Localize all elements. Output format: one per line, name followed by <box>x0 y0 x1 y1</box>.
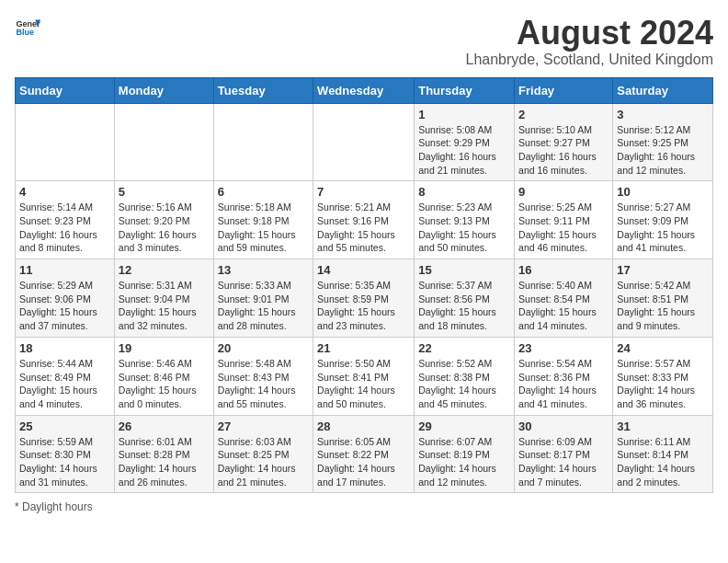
calendar-cell <box>213 103 313 181</box>
calendar-week-row: 18Sunrise: 5:44 AMSunset: 8:49 PMDayligh… <box>16 337 713 415</box>
day-info: Sunrise: 5:59 AMSunset: 8:30 PMDaylight:… <box>19 435 110 489</box>
day-number: 26 <box>119 419 210 433</box>
calendar-cell: 22Sunrise: 5:52 AMSunset: 8:38 PMDayligh… <box>415 337 515 415</box>
calendar-cell: 1Sunrise: 5:08 AMSunset: 9:29 PMDaylight… <box>415 103 515 181</box>
day-info: Sunrise: 6:09 AMSunset: 8:17 PMDaylight:… <box>518 435 609 489</box>
day-number: 7 <box>317 185 410 199</box>
calendar-cell: 12Sunrise: 5:31 AMSunset: 9:04 PMDayligh… <box>114 259 213 338</box>
day-number: 24 <box>617 341 709 355</box>
day-info: Sunrise: 5:16 AMSunset: 9:20 PMDaylight:… <box>119 201 210 255</box>
calendar-cell <box>114 103 213 181</box>
day-number: 23 <box>518 341 609 355</box>
day-number: 27 <box>218 419 309 433</box>
calendar-cell: 11Sunrise: 5:29 AMSunset: 9:06 PMDayligh… <box>16 259 115 338</box>
calendar-cell: 23Sunrise: 5:54 AMSunset: 8:36 PMDayligh… <box>515 337 613 415</box>
day-info: Sunrise: 5:37 AMSunset: 8:56 PMDaylight:… <box>418 279 510 333</box>
day-info: Sunrise: 5:12 AMSunset: 9:25 PMDaylight:… <box>617 123 709 178</box>
calendar-cell: 9Sunrise: 5:25 AMSunset: 9:11 PMDaylight… <box>515 181 613 259</box>
day-number: 29 <box>418 419 510 433</box>
day-info: Sunrise: 5:50 AMSunset: 8:41 PMDaylight:… <box>317 357 410 411</box>
calendar-cell: 17Sunrise: 5:42 AMSunset: 8:51 PMDayligh… <box>613 259 713 338</box>
day-number: 2 <box>518 108 609 121</box>
day-info: Sunrise: 6:03 AMSunset: 8:25 PMDaylight:… <box>218 435 309 489</box>
day-info: Sunrise: 5:14 AMSunset: 9:23 PMDaylight:… <box>19 201 110 255</box>
day-number: 11 <box>19 263 110 277</box>
day-info: Sunrise: 6:01 AMSunset: 8:28 PMDaylight:… <box>119 435 210 489</box>
footer-note: * Daylight hours <box>15 500 713 513</box>
month-year-title: August 2024 <box>465 15 713 52</box>
day-info: Sunrise: 5:29 AMSunset: 9:06 PMDaylight:… <box>19 279 110 333</box>
day-number: 10 <box>617 185 709 199</box>
day-info: Sunrise: 5:35 AMSunset: 8:59 PMDaylight:… <box>317 279 410 333</box>
day-info: Sunrise: 6:11 AMSunset: 8:14 PMDaylight:… <box>617 435 709 489</box>
weekday-header-friday: Friday <box>515 77 613 103</box>
calendar-cell: 19Sunrise: 5:46 AMSunset: 8:46 PMDayligh… <box>114 337 213 415</box>
weekday-header-row: SundayMondayTuesdayWednesdayThursdayFrid… <box>16 77 713 103</box>
day-info: Sunrise: 5:52 AMSunset: 8:38 PMDaylight:… <box>418 357 510 411</box>
weekday-header-monday: Monday <box>114 77 213 103</box>
day-info: Sunrise: 5:08 AMSunset: 9:29 PMDaylight:… <box>418 123 510 178</box>
title-area: August 2024 Lhanbryde, Scotland, United … <box>465 15 713 68</box>
day-number: 21 <box>317 341 410 355</box>
day-number: 1 <box>418 108 510 121</box>
calendar-week-row: 25Sunrise: 5:59 AMSunset: 8:30 PMDayligh… <box>16 415 713 493</box>
day-info: Sunrise: 5:31 AMSunset: 9:04 PMDaylight:… <box>119 279 210 333</box>
calendar-body: 1Sunrise: 5:08 AMSunset: 9:29 PMDaylight… <box>16 103 713 493</box>
logo-icon: General Blue <box>15 15 40 40</box>
daylight-note: Daylight hours <box>22 500 93 513</box>
calendar-cell: 21Sunrise: 5:50 AMSunset: 8:41 PMDayligh… <box>313 337 415 415</box>
day-info: Sunrise: 5:48 AMSunset: 8:43 PMDaylight:… <box>218 357 309 411</box>
day-info: Sunrise: 5:57 AMSunset: 8:33 PMDaylight:… <box>617 357 709 411</box>
calendar-cell: 5Sunrise: 5:16 AMSunset: 9:20 PMDaylight… <box>114 181 213 259</box>
day-number: 6 <box>218 185 309 199</box>
day-number: 31 <box>617 419 709 433</box>
day-info: Sunrise: 5:46 AMSunset: 8:46 PMDaylight:… <box>119 357 210 411</box>
weekday-header-sunday: Sunday <box>16 77 115 103</box>
day-info: Sunrise: 5:40 AMSunset: 8:54 PMDaylight:… <box>518 279 609 333</box>
calendar-cell <box>313 103 415 181</box>
calendar-cell: 30Sunrise: 6:09 AMSunset: 8:17 PMDayligh… <box>515 415 613 493</box>
calendar-header: SundayMondayTuesdayWednesdayThursdayFrid… <box>16 77 713 103</box>
calendar-cell: 10Sunrise: 5:27 AMSunset: 9:09 PMDayligh… <box>613 181 713 259</box>
day-number: 15 <box>418 263 510 277</box>
day-number: 9 <box>518 185 609 199</box>
day-info: Sunrise: 5:25 AMSunset: 9:11 PMDaylight:… <box>518 201 609 255</box>
calendar-cell: 16Sunrise: 5:40 AMSunset: 8:54 PMDayligh… <box>515 259 613 338</box>
calendar-cell: 20Sunrise: 5:48 AMSunset: 8:43 PMDayligh… <box>213 337 313 415</box>
svg-text:Blue: Blue <box>16 28 34 37</box>
calendar-cell: 3Sunrise: 5:12 AMSunset: 9:25 PMDaylight… <box>613 103 713 181</box>
day-info: Sunrise: 5:10 AMSunset: 9:27 PMDaylight:… <box>518 123 609 178</box>
day-info: Sunrise: 5:27 AMSunset: 9:09 PMDaylight:… <box>617 201 709 255</box>
calendar-week-row: 4Sunrise: 5:14 AMSunset: 9:23 PMDaylight… <box>16 181 713 259</box>
weekday-header-wednesday: Wednesday <box>313 77 415 103</box>
day-number: 14 <box>317 263 410 277</box>
calendar-cell: 8Sunrise: 5:23 AMSunset: 9:13 PMDaylight… <box>415 181 515 259</box>
location-subtitle: Lhanbryde, Scotland, United Kingdom <box>465 52 713 68</box>
calendar-cell: 18Sunrise: 5:44 AMSunset: 8:49 PMDayligh… <box>16 337 115 415</box>
calendar-cell: 14Sunrise: 5:35 AMSunset: 8:59 PMDayligh… <box>313 259 415 338</box>
day-info: Sunrise: 5:21 AMSunset: 9:16 PMDaylight:… <box>317 201 410 255</box>
day-info: Sunrise: 6:07 AMSunset: 8:19 PMDaylight:… <box>418 435 510 489</box>
day-number: 16 <box>518 263 609 277</box>
calendar-cell: 2Sunrise: 5:10 AMSunset: 9:27 PMDaylight… <box>515 103 613 181</box>
calendar-cell: 13Sunrise: 5:33 AMSunset: 9:01 PMDayligh… <box>213 259 313 338</box>
calendar-cell: 29Sunrise: 6:07 AMSunset: 8:19 PMDayligh… <box>415 415 515 493</box>
logo: General Blue <box>15 15 40 40</box>
day-info: Sunrise: 5:18 AMSunset: 9:18 PMDaylight:… <box>218 201 309 255</box>
calendar-cell: 25Sunrise: 5:59 AMSunset: 8:30 PMDayligh… <box>16 415 115 493</box>
day-number: 12 <box>119 263 210 277</box>
day-number: 13 <box>218 263 309 277</box>
day-number: 28 <box>317 419 410 433</box>
calendar-cell: 15Sunrise: 5:37 AMSunset: 8:56 PMDayligh… <box>415 259 515 338</box>
day-number: 18 <box>19 341 110 355</box>
day-number: 30 <box>518 419 609 433</box>
day-number: 4 <box>19 185 110 199</box>
day-info: Sunrise: 5:54 AMSunset: 8:36 PMDaylight:… <box>518 357 609 411</box>
day-info: Sunrise: 5:23 AMSunset: 9:13 PMDaylight:… <box>418 201 510 255</box>
calendar-cell: 6Sunrise: 5:18 AMSunset: 9:18 PMDaylight… <box>213 181 313 259</box>
calendar-cell: 24Sunrise: 5:57 AMSunset: 8:33 PMDayligh… <box>613 337 713 415</box>
calendar-cell: 7Sunrise: 5:21 AMSunset: 9:16 PMDaylight… <box>313 181 415 259</box>
day-number: 5 <box>119 185 210 199</box>
day-number: 17 <box>617 263 709 277</box>
calendar-cell: 4Sunrise: 5:14 AMSunset: 9:23 PMDaylight… <box>16 181 115 259</box>
